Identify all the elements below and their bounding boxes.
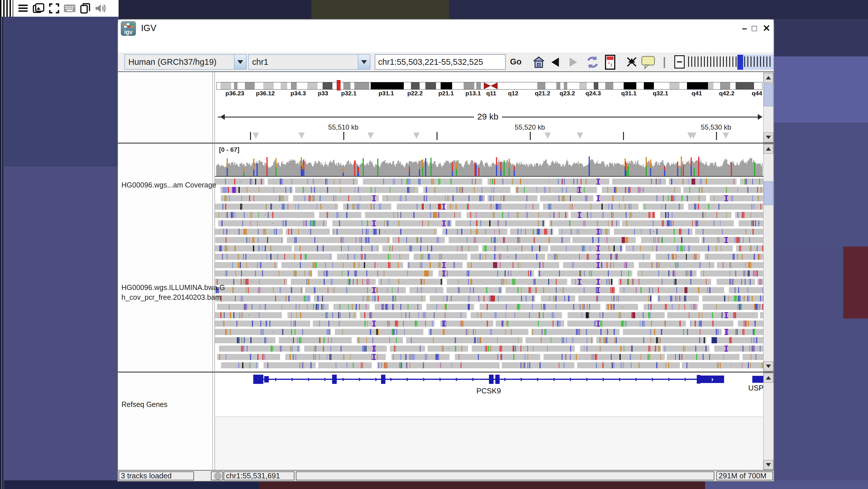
alignment-track-label-line1[interactable]: HG00096.wgs.ILLUMINA.bwa.G (121, 283, 225, 292)
maximize-button[interactable]: □ (752, 24, 757, 33)
ideogram-band (481, 82, 484, 89)
gene-exon[interactable] (489, 375, 494, 384)
zoom-slider-active-range (738, 55, 774, 70)
chevron-down-icon[interactable] (234, 55, 246, 69)
clipboard-copy-icon[interactable] (80, 3, 91, 14)
strand-chevron-icon: › (504, 375, 506, 383)
desktop-patch (843, 247, 868, 318)
scrollbar-alignments[interactable] (763, 144, 774, 372)
panel-divider[interactable] (212, 72, 213, 470)
arrow-left-icon (217, 114, 225, 120)
scrollbar-ideogram[interactable] (763, 73, 774, 143)
gene-exon[interactable] (495, 375, 500, 384)
grip-stripes-icon[interactable] (0, 0, 13, 17)
strand-chevron-icon: › (358, 375, 361, 383)
fit-to-window-icon[interactable] (626, 56, 638, 69)
ideogram-band (234, 82, 238, 89)
tracks-loaded-status: 3 tracks loaded (119, 471, 194, 480)
band-label: q42.2 (719, 90, 735, 97)
download-marker-icon (413, 133, 420, 142)
desktop-patch (774, 123, 868, 247)
ideogram-band (441, 82, 452, 89)
ruler-tick (437, 132, 437, 140)
strand-chevron-icon: › (586, 375, 588, 383)
define-region-icon[interactable] (605, 55, 615, 71)
ideogram-band (411, 82, 420, 89)
zoom-slider-tick (763, 56, 764, 67)
ruler-span-label: 29 kb (477, 112, 498, 121)
scroll-down-icon[interactable] (764, 460, 773, 470)
gene-name-label[interactable]: USP24 (748, 383, 763, 393)
coverage-track-label[interactable]: HG00096.wgs...am Coverage (121, 181, 216, 189)
strand-chevron-icon: › (455, 375, 458, 383)
gene-exon[interactable] (253, 375, 264, 384)
title-bar[interactable]: igv IGV – □ ✕ (118, 20, 774, 37)
minimize-button[interactable]: – (742, 24, 747, 33)
desktop-patch (311, 0, 449, 19)
gene-exon[interactable] (697, 375, 701, 383)
volume-icon[interactable] (95, 3, 106, 14)
locus-input[interactable]: chr1:55,503,221-55,532,525 (375, 54, 506, 70)
gene-exon[interactable] (332, 375, 337, 384)
screen-capture-icon[interactable] (33, 3, 44, 14)
zoom-slider-thumb[interactable] (737, 55, 743, 70)
alignment-panel: [0 - 67] (215, 144, 763, 372)
zoom-out-button[interactable] (674, 55, 685, 68)
memory-indicator (211, 471, 223, 480)
memory-usage-status: 291M of 700M (716, 471, 773, 480)
close-button[interactable]: ✕ (763, 24, 770, 33)
strand-chevron-icon: › (668, 375, 670, 383)
scroll-up-icon[interactable] (764, 144, 773, 154)
zoom-slider-tick (744, 56, 745, 67)
download-marker-icon (299, 133, 305, 142)
refresh-icon[interactable] (585, 55, 600, 71)
strand-chevron-icon: › (423, 375, 425, 383)
scrollbar-thumb[interactable] (764, 83, 773, 106)
ideogram-band (231, 82, 234, 89)
ruler-tick (250, 132, 251, 140)
ideogram-band (708, 82, 713, 89)
scroll-down-icon[interactable] (764, 133, 773, 142)
band-label: p36.12 (256, 90, 275, 97)
download-marker-icon (368, 133, 374, 142)
ideogram-band (436, 82, 441, 89)
zoom-slider-tick (766, 56, 767, 67)
gene-name-label[interactable]: PCSK9 (476, 386, 501, 395)
scroll-up-icon[interactable] (764, 73, 773, 83)
scroll-up-icon[interactable] (764, 373, 773, 383)
chevron-down-icon[interactable] (358, 55, 370, 69)
alignment-track-label-line2[interactable]: h_cov_pcr_free.20140203.bam (121, 293, 221, 301)
chromosome-ideogram[interactable] (216, 82, 763, 90)
tooltip-bubble-icon[interactable] (641, 55, 655, 70)
band-label: p13.1 (465, 90, 481, 97)
gene-exon[interactable]: › (701, 376, 724, 383)
scroll-down-icon[interactable] (764, 362, 773, 371)
gene-exon[interactable] (264, 376, 269, 382)
ideogram-band (425, 82, 436, 89)
chromosome-select[interactable]: chr1 (248, 54, 370, 70)
gene-exon[interactable] (752, 376, 763, 383)
ideogram-band (564, 82, 567, 89)
scrollbar-thumb[interactable] (764, 181, 773, 205)
ideogram-band (670, 82, 680, 89)
go-button[interactable]: Go (510, 57, 522, 66)
scrollbar-genes[interactable] (763, 373, 774, 470)
ideogram-band (546, 82, 556, 89)
genes-track-label[interactable]: Refseq Genes (121, 400, 167, 409)
zoom-slider-tick (754, 56, 754, 67)
home-icon[interactable] (532, 56, 545, 70)
strand-chevron-icon: › (520, 375, 523, 383)
menu-icon[interactable] (17, 3, 29, 14)
ideogram-ruler-panel: p36.23p36.12p34.3p33p32.1p31.1p22.2p21.1… (215, 72, 763, 143)
band-label: q31.1 (621, 90, 637, 97)
keyboard-icon[interactable] (64, 3, 75, 14)
genome-select[interactable]: Human (GRCh37/hg19) (124, 54, 247, 70)
fullscreen-icon[interactable] (48, 3, 60, 14)
forward-icon[interactable] (569, 58, 577, 68)
ideogram-band (636, 82, 644, 89)
back-icon[interactable] (551, 58, 559, 68)
ruler-tick-label: 55,520 kb (515, 123, 545, 131)
alignment-visualization[interactable] (215, 144, 763, 372)
gene-exon[interactable] (381, 375, 385, 384)
download-marker-icon (577, 133, 583, 142)
